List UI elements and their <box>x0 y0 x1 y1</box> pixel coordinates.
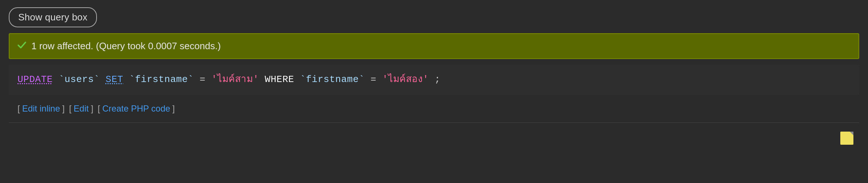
keyword-set: SET <box>106 74 123 85</box>
column-name-1: `firstname` <box>129 74 193 85</box>
create-php-code-link[interactable]: Create PHP code <box>102 104 170 114</box>
value-1: 'ไมค์สาม' <box>211 74 259 85</box>
column-name-2: `firstname` <box>300 74 364 85</box>
equals-1: = <box>200 74 206 85</box>
success-message: 1 row affected. (Query took 0.0007 secon… <box>31 40 221 52</box>
query-display: UPDATE `users` SET `firstname` = 'ไมค์สา… <box>9 65 859 95</box>
toolbar: Show query box <box>9 7 859 27</box>
bracket-open-3: [ <box>98 104 100 114</box>
bottom-area <box>9 129 859 151</box>
value-2: 'ไมค์สอง' <box>382 74 429 85</box>
success-banner: 1 row affected. (Query took 0.0007 secon… <box>9 33 859 59</box>
checkmark-icon <box>17 40 27 52</box>
keyword-where: WHERE <box>265 74 294 85</box>
semicolon: ; <box>435 74 441 85</box>
bracket-close-2: ] <box>91 104 93 114</box>
note-icon[interactable] <box>840 132 853 145</box>
table-name: `users` <box>59 74 100 85</box>
bracket-open-2: [ <box>69 104 71 114</box>
edit-link[interactable]: Edit <box>74 104 89 114</box>
main-container: Show query box 1 row affected. (Query to… <box>0 0 868 183</box>
divider <box>9 122 859 123</box>
actions-bar: [ Edit inline ] [ Edit ] [ Create PHP co… <box>9 101 859 117</box>
edit-inline-link[interactable]: Edit inline <box>22 104 60 114</box>
equals-2: = <box>371 74 376 85</box>
bracket-open-1: [ <box>17 104 20 114</box>
bracket-close-1: ] <box>62 104 65 114</box>
bracket-close-3: ] <box>172 104 175 114</box>
keyword-update: UPDATE <box>17 74 53 85</box>
show-query-box-button[interactable]: Show query box <box>9 7 97 27</box>
